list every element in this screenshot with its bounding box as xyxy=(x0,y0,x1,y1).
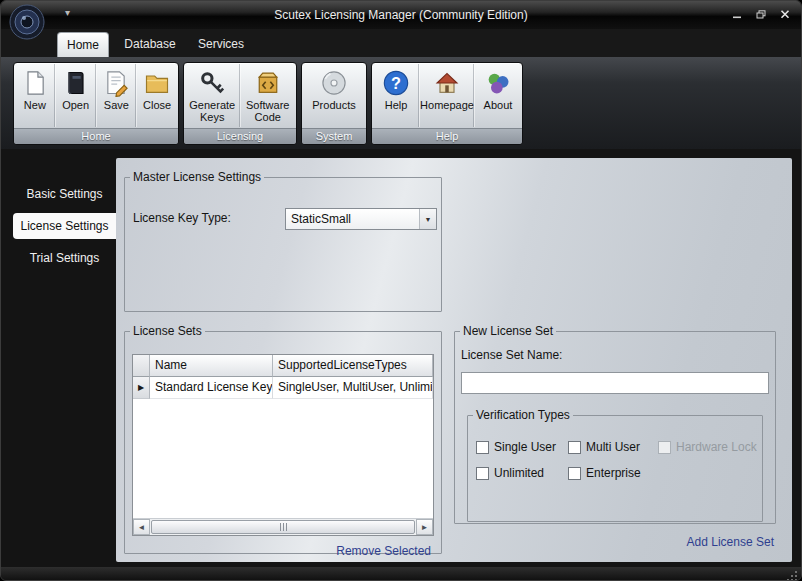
ribbon-group-system: Products System xyxy=(301,62,367,145)
column-header-supported-types[interactable]: SupportedLicenseTypes xyxy=(273,355,433,377)
combo-selected-value: StaticSmall xyxy=(286,209,419,229)
cell-name: Standard License Key xyxy=(150,377,273,399)
ribbon-group-help: ? Help Homepage xyxy=(371,62,523,145)
group-title-new-license-set: New License Set xyxy=(460,324,556,338)
license-set-name-input[interactable] xyxy=(461,372,769,394)
settings-panel: Master License Settings License Key Type… xyxy=(116,158,792,562)
group-title-master: Master License Settings xyxy=(130,170,264,184)
ribbon: New Open xyxy=(1,57,801,149)
window-controls xyxy=(729,7,793,21)
window-title: Scutex Licensing Manager (Community Edit… xyxy=(1,8,801,22)
folder-icon xyxy=(143,69,171,97)
table-header-row: Name SupportedLicenseTypes xyxy=(133,355,433,377)
checkbox-enterprise[interactable]: Enterprise xyxy=(568,466,641,480)
new-license-set-group: New License Set License Set Name: Verifi… xyxy=(454,324,776,524)
master-license-settings-group: Master License Settings License Key Type… xyxy=(124,170,442,312)
button-label: Products xyxy=(312,99,355,111)
close-file-button[interactable]: Close xyxy=(136,64,177,127)
table-empty-area xyxy=(133,399,433,518)
home-icon xyxy=(433,69,461,97)
key-icon xyxy=(198,69,226,97)
license-sets-table: Name SupportedLicenseTypes ▶ Standard Li… xyxy=(132,354,434,536)
scroll-right-button[interactable]: ► xyxy=(416,519,433,535)
button-label: Open xyxy=(62,99,89,111)
title-bar: ▾ Scutex Licensing Manager (Community Ed… xyxy=(1,1,801,29)
new-button[interactable]: New xyxy=(15,64,55,127)
app-window: ▾ Scutex Licensing Manager (Community Ed… xyxy=(0,0,802,581)
about-button[interactable]: About xyxy=(474,64,521,127)
row-header-cell: ▶ xyxy=(133,377,150,399)
disc-icon xyxy=(320,69,348,97)
checkbox-icon xyxy=(568,441,581,454)
group-title-license-sets: License Sets xyxy=(130,324,205,338)
checkbox-single-user[interactable]: Single User xyxy=(476,440,556,454)
table-row[interactable]: ▶ Standard License Key SingleUser, Multi… xyxy=(133,377,433,399)
resize-grip-icon[interactable] xyxy=(786,568,798,580)
button-label: Close xyxy=(143,99,171,111)
checkbox-label: Hardware Lock xyxy=(676,440,757,454)
save-icon xyxy=(102,69,130,97)
help-button[interactable]: ? Help xyxy=(373,64,419,127)
help-question-icon: ? xyxy=(382,69,410,97)
tab-services[interactable]: Services xyxy=(189,32,253,57)
arrow-left-icon: ◄ xyxy=(138,523,146,532)
ribbon-tabstrip: Home Database Services xyxy=(1,29,801,57)
license-key-type-label: License Key Type: xyxy=(133,211,231,225)
arrow-right-icon: ► xyxy=(421,523,429,532)
checkbox-label: Single User xyxy=(494,440,556,454)
sidebar-item-license-settings[interactable]: License Settings xyxy=(13,213,116,239)
checkbox-label: Unlimited xyxy=(494,466,544,480)
checkbox-icon xyxy=(568,467,581,480)
scrollbar-thumb[interactable] xyxy=(151,520,415,534)
current-row-arrow-icon: ▶ xyxy=(138,377,144,398)
open-folder-icon xyxy=(62,69,90,97)
table-corner-cell[interactable] xyxy=(133,355,150,377)
scrollbar-track[interactable] xyxy=(150,519,416,535)
group-caption-home: Home xyxy=(14,128,178,144)
products-button[interactable]: Products xyxy=(303,64,365,127)
ribbon-group-licensing: Generate Keys Software Code Licensing xyxy=(183,62,297,145)
horizontal-scrollbar[interactable]: ◄ ► xyxy=(133,518,433,535)
group-caption-licensing: Licensing xyxy=(184,128,296,144)
save-button[interactable]: Save xyxy=(96,64,137,127)
add-license-set-link[interactable]: Add License Set xyxy=(687,535,776,549)
group-caption-help: Help xyxy=(372,128,522,144)
scroll-left-button[interactable]: ◄ xyxy=(133,519,150,535)
sidebar-item-trial-settings[interactable]: Trial Settings xyxy=(13,245,116,271)
license-set-name-label: License Set Name: xyxy=(461,348,562,362)
license-key-type-select[interactable]: StaticSmall ▼ xyxy=(285,208,437,230)
add-license-set-container: Add License Set xyxy=(454,532,776,550)
button-label: New xyxy=(24,99,46,111)
new-document-icon xyxy=(21,69,49,97)
checkbox-label: Enterprise xyxy=(586,466,641,480)
app-logo-icon[interactable] xyxy=(9,4,45,40)
maximize-button[interactable] xyxy=(753,7,769,21)
group-title-verification-types: Verification Types xyxy=(473,408,573,422)
package-code-icon xyxy=(254,69,282,97)
cell-supported-types: SingleUser, MultiUser, Unlimite xyxy=(273,377,433,399)
checkbox-label: Multi User xyxy=(586,440,640,454)
generate-keys-button[interactable]: Generate Keys xyxy=(185,64,240,127)
sidebar-item-basic-settings[interactable]: Basic Settings xyxy=(13,181,116,207)
checkbox-hardware-lock: Hardware Lock xyxy=(658,440,757,454)
ribbon-group-home: New Open xyxy=(13,62,179,145)
checkbox-multi-user[interactable]: Multi User xyxy=(568,440,640,454)
checkbox-icon xyxy=(476,467,489,480)
remove-selected-link[interactable]: Remove Selected xyxy=(336,544,431,558)
minimize-button[interactable] xyxy=(729,7,745,21)
tab-home[interactable]: Home xyxy=(57,32,109,57)
tab-database[interactable]: Database xyxy=(115,32,185,57)
checkbox-unlimited[interactable]: Unlimited xyxy=(476,466,544,480)
svg-text:?: ? xyxy=(391,74,401,92)
homepage-button[interactable]: Homepage xyxy=(419,64,474,127)
open-button[interactable]: Open xyxy=(55,64,96,127)
close-button[interactable] xyxy=(777,7,793,21)
button-label: Save xyxy=(104,99,129,111)
content-area: Basic Settings License Settings Trial Se… xyxy=(1,149,801,567)
license-sets-group: License Sets Name SupportedLicenseTypes … xyxy=(124,324,442,554)
verification-types-group: Verification Types Single User Multi Use… xyxy=(467,408,763,522)
button-label: Generate Keys xyxy=(185,99,240,123)
software-code-button[interactable]: Software Code xyxy=(240,64,296,127)
column-header-name[interactable]: Name xyxy=(150,355,273,377)
checkbox-icon xyxy=(476,441,489,454)
